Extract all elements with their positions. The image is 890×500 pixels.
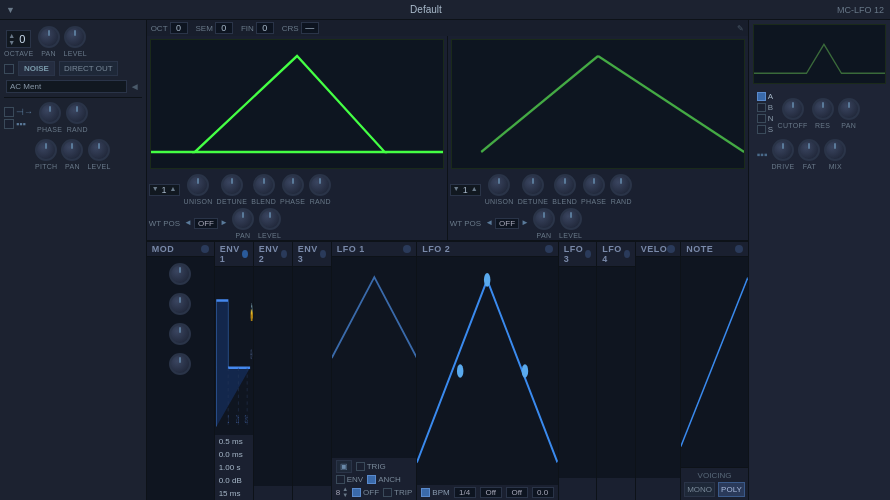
- osc2-unison-up[interactable]: ▲: [471, 185, 478, 193]
- env1-panel: ENV 1: [215, 242, 254, 500]
- osc1-unison-down[interactable]: ▼: [152, 185, 159, 193]
- lfo1-off-check[interactable]: OFF: [352, 488, 379, 497]
- lfo3-dot[interactable]: [585, 250, 591, 258]
- acment-arrow[interactable]: ◄: [130, 81, 140, 92]
- osc2-detune-knob[interactable]: [522, 174, 544, 196]
- lfo1-env-check[interactable]: ENV: [336, 475, 363, 484]
- lfo1-trig-check[interactable]: TRIG: [356, 462, 386, 471]
- osc2-wt-right[interactable]: ►: [521, 218, 529, 229]
- osc1-rand-knob[interactable]: [309, 174, 331, 196]
- osc1-level-knob[interactable]: [259, 208, 281, 230]
- osc2-level-knob[interactable]: [560, 208, 582, 230]
- osc2-wt-arrows[interactable]: ◄ OFF ►: [485, 218, 529, 229]
- mix-knob[interactable]: [824, 139, 846, 161]
- mono-button[interactable]: MONO: [684, 482, 715, 497]
- crs-param: CRS —: [282, 22, 319, 34]
- osc1-unison-knob[interactable]: [187, 174, 209, 196]
- octave-spinner[interactable]: ▲ ▼ 0: [6, 30, 31, 48]
- mod-knob4[interactable]: [169, 353, 191, 375]
- lfo1-dot[interactable]: [403, 245, 411, 253]
- osc1-unison-up[interactable]: ▲: [170, 185, 177, 193]
- res-knob[interactable]: [812, 98, 834, 120]
- osc1-pan-knob[interactable]: [232, 208, 254, 230]
- filter-a-checkbox[interactable]: [757, 92, 766, 101]
- env1-dot[interactable]: [242, 250, 248, 258]
- osc1-unison-ctrl[interactable]: ▼ 1 ▲: [149, 184, 180, 196]
- sync-toggle[interactable]: ⊣→: [4, 107, 33, 117]
- cutoff-knob[interactable]: [782, 98, 804, 120]
- pan-knob[interactable]: [38, 26, 60, 48]
- pitch-knob[interactable]: [35, 139, 57, 161]
- lfo1-trip-check[interactable]: TRIP: [383, 488, 412, 497]
- lfo3-bottom: [559, 478, 597, 500]
- lfo1-anch-check[interactable]: ANCH: [367, 475, 401, 484]
- filter-b-check[interactable]: B: [757, 103, 774, 112]
- lfo1-env-checkbox[interactable]: [336, 475, 345, 484]
- lfo2-title: LFO 2: [422, 244, 450, 254]
- noise-button[interactable]: NOISE: [18, 61, 55, 76]
- osc2-unison-knob[interactable]: [488, 174, 510, 196]
- filter-n-checkbox[interactable]: [757, 114, 766, 123]
- mod-knob2[interactable]: [169, 293, 191, 315]
- osc1-detune-knob[interactable]: [221, 174, 243, 196]
- lfo1-trip-checkbox[interactable]: [383, 488, 392, 497]
- left-level-knob[interactable]: [88, 139, 110, 161]
- mod-knob3[interactable]: [169, 323, 191, 345]
- noise-checkbox[interactable]: [4, 64, 14, 74]
- fat-knob[interactable]: [798, 139, 820, 161]
- osc2-wt-left[interactable]: ◄: [485, 218, 493, 229]
- drive-knob[interactable]: [772, 139, 794, 161]
- pencil-icon[interactable]: ✎: [737, 24, 744, 33]
- svg-text:1: 1: [228, 412, 229, 426]
- left-rand-knob[interactable]: [66, 102, 88, 124]
- filter-n-check[interactable]: N: [757, 114, 774, 123]
- bar-check[interactable]: [4, 119, 14, 129]
- osc2-blend-knob[interactable]: [554, 174, 576, 196]
- lfo1-anch-checkbox[interactable]: [367, 475, 376, 484]
- osc2-unison-ctrl[interactable]: ▼ 1 ▲: [450, 184, 481, 196]
- osc2-rand-knob[interactable]: [610, 174, 632, 196]
- env1-release: 15 ms: [219, 489, 241, 498]
- osc1-wt-right[interactable]: ►: [220, 218, 228, 229]
- svg-point-15: [457, 364, 463, 378]
- osc1-phase-knob[interactable]: [282, 174, 304, 196]
- osc1-wt-arrows[interactable]: ◄ OFF ►: [184, 218, 228, 229]
- osc2-unison-down[interactable]: ▼: [453, 185, 460, 193]
- left-phase-knob[interactable]: [39, 102, 61, 124]
- lfo2-bpm-check[interactable]: BPM: [421, 488, 449, 497]
- filter-b-checkbox[interactable]: [757, 103, 766, 112]
- lfo1-folder-icon[interactable]: ▣: [336, 460, 352, 473]
- osc1-blend-knob[interactable]: [253, 174, 275, 196]
- note-dot[interactable]: [735, 245, 743, 253]
- env3-dot[interactable]: [320, 250, 326, 258]
- mod-knob1[interactable]: [169, 263, 191, 285]
- filter-s-check[interactable]: S: [757, 125, 774, 134]
- env2-dot[interactable]: [281, 250, 287, 258]
- filter-a-check[interactable]: A: [757, 92, 774, 101]
- octave-arrows[interactable]: ▲ ▼: [8, 32, 15, 46]
- velo-dot[interactable]: [667, 245, 675, 253]
- direct-out-button[interactable]: DIRECT OUT: [59, 61, 118, 76]
- osc2-pan-knob[interactable]: [533, 208, 555, 230]
- mod-dot[interactable]: [201, 245, 209, 253]
- panels-row: MOD: [147, 242, 748, 500]
- lfo1-off-checkbox[interactable]: [352, 488, 361, 497]
- bar-toggle[interactable]: ▪▪▪: [4, 119, 33, 129]
- filter-pan-knob[interactable]: [838, 98, 860, 120]
- osc2-phase-knob[interactable]: [583, 174, 605, 196]
- lfo1-num-ctrl[interactable]: 8 ▲ ▼: [336, 486, 348, 498]
- left-pan-knob[interactable]: [61, 139, 83, 161]
- poly-button[interactable]: POLY: [718, 482, 745, 497]
- octave-up[interactable]: ▲: [8, 32, 15, 39]
- osc1-wt-left[interactable]: ◄: [184, 218, 192, 229]
- lfo2-bpm-checkbox[interactable]: [421, 488, 430, 497]
- level-knob[interactable]: [64, 26, 86, 48]
- lfo4-dot[interactable]: [624, 250, 630, 258]
- lfo1-trig-checkbox[interactable]: [356, 462, 365, 471]
- octave-down[interactable]: ▼: [8, 39, 15, 46]
- lfo2-dot[interactable]: [545, 245, 553, 253]
- lfo1-num-arrows[interactable]: ▲ ▼: [342, 486, 348, 498]
- sync-check[interactable]: [4, 107, 14, 117]
- filter-s-checkbox[interactable]: [757, 125, 766, 134]
- lfo1-down[interactable]: ▼: [342, 492, 348, 498]
